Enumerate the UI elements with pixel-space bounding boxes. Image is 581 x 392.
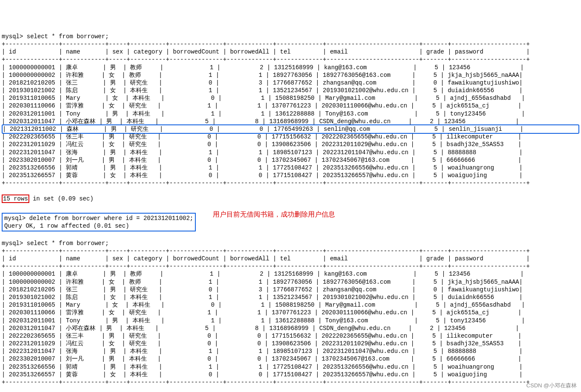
sql-prompt-2: mysql> select * from borrower; [2,240,109,247]
rowcount-1: 15 rows [2,195,29,203]
highlighted-row: | 2021312011002 | 森林 | 男 | 研究生 | 0 | 0 |… [2,124,579,134]
table-row: | 2023302010007 | 刘一凡 | 男 | 本科生 | 0 | 0 … [2,355,579,363]
table-header: | id | name | sex | category | borrowedC… [2,255,530,262]
table-row: | 2023513266556 | 郭靖 | 男 | 本科生 | 1 | 1 |… [2,363,579,371]
table-row: | 2022312011029 | 冯红云 | 女 | 研究生 | 0 | 0 … [2,340,579,347]
table-body-1: | 1000000000001 | 康卓 | 男 | 教师 | 1 | 2 | … [2,64,579,180]
table-row: | 2019301021002 | 陈启 | 女 | 本科生 | 1 | 1 |… [2,293,579,301]
table-row: | 2020301110066 | 雷淳雅 | 女 | 研究生 | 1 | 1 … [2,309,579,316]
table-header: | id | name | sex | category | borrowedC… [2,48,530,55]
table-separator: +---------------+------------+-----+----… [2,263,530,270]
table-row: | 2019311010065 | Mary | 女 | 本科生 | 0 | 1… [2,94,579,102]
table-row: | 2023513266557 | 黄蓉 | 女 | 本科生 | 0 | 0 |… [2,172,579,179]
table-row: | 2018210210205 | 张三 | 男 | 研究生 | 0 | 3 |… [2,286,579,293]
table-row: | 1000000000002 | 许和雅 | 女 | 教师 | 1 | 1 |… [2,278,579,286]
sql-prompt-1: mysql> select * from borrower; [2,33,109,40]
table-separator: +---------------+------------+-----+----… [2,248,530,254]
table-row: | 2019301021002 | 陈启 | 女 | 本科生 | 1 | 1 |… [2,87,579,94]
table-row: | 2020312011047 | 小邓在森林 | 男 | 本科生 | 5 | … [2,324,579,332]
table-row: | 2020301110066 | 雷淳雅 | 女 | 研究生 | 1 | 1 … [2,102,579,110]
annotation-note: 用户目前无借阅书籍，成功删除用户信息 [213,210,335,219]
delete-command-box: mysql> delete from borrower where id = 2… [2,213,196,231]
table-row: | 1000000000001 | 康卓 | 男 | 教师 | 1 | 2 | … [2,64,579,71]
table-row: | 2020312011001 | Tony | 男 | 本科生 | 1 | 1… [2,317,579,324]
table-row: | 2022312011029 | 冯红云 | 女 | 研究生 | 0 | 0 … [2,141,579,148]
table-row: | 2022312011047 | 张海 | 男 | 本科生 | 1 | 1 |… [2,149,579,156]
table-row: | 2023513266556 | 郭靖 | 男 | 本科生 | 1 | 1 |… [2,164,579,172]
table-separator: +---------------+------------+-----+----… [2,56,530,63]
mysql-terminal[interactable]: mysql> select * from borrower; +--------… [2,33,579,392]
table-separator: +---------------+------------+-----+----… [2,379,530,386]
table-row: | 2018210210205 | 张三 | 男 | 研究生 | 0 | 3 |… [2,79,579,87]
table-separator: +---------------+------------+-----+----… [2,41,530,48]
table-row: | 2023302010007 | 刘一凡 | 男 | 本科生 | 0 | 0 … [2,156,579,164]
table-row: | 2019311010065 | Mary | 女 | 本科生 | 0 | 1… [2,301,579,309]
table-row: | 1000000000001 | 康卓 | 男 | 教师 | 1 | 2 | … [2,270,579,278]
table-separator: +---------------+------------+-----+----… [2,180,530,186]
table-row: | 2022312011047 | 张海 | 男 | 本科生 | 1 | 1 |… [2,347,579,355]
table-row: | 2022202365655 | 张三丰 | 男 | 研究生 | 0 | 0 … [2,332,579,340]
table-row: | 2022202365655 | 张三丰 | 男 | 研究生 | 0 | 0 … [2,133,579,141]
table-body-2: | 1000000000001 | 康卓 | 男 | 教师 | 1 | 2 | … [2,270,579,378]
table-row: | 2023513266557 | 黄蓉 | 女 | 本科生 | 0 | 0 |… [2,371,579,378]
rowcount-1-rest: in set (0.09 sec) [29,195,93,202]
table-row: | 2020312011001 | Tony | 男 | 本科生 | 1 | 1… [2,110,579,118]
table-row: | 1000000000002 | 许和雅 | 女 | 教师 | 1 | 1 |… [2,71,579,79]
table-row: | 2020312011047 | 小邓在森林 | 男 | 本科生 | 5 | … [2,118,579,125]
csdn-watermark: CSDN @小邓在森林 [526,382,577,389]
